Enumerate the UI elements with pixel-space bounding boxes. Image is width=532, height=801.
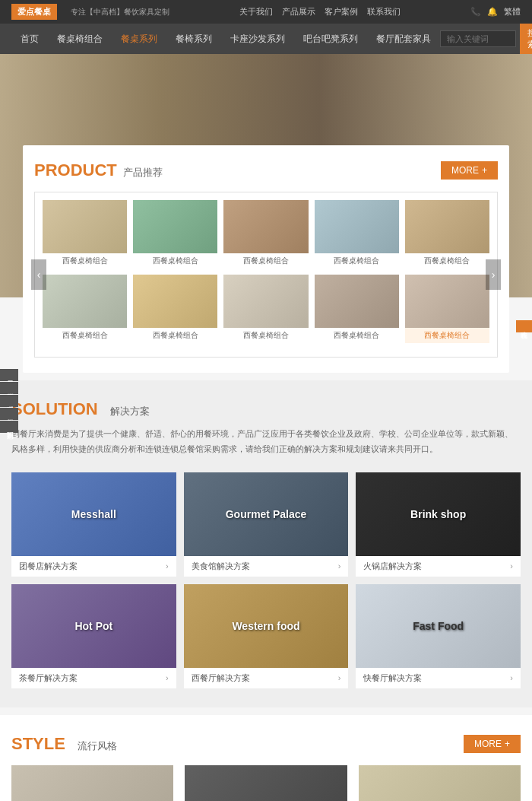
solution-item-gourmet[interactable]: Gourmet Palace 美食馆解决方案 › <box>184 472 349 577</box>
nav-home[interactable]: 首页 <box>11 25 48 53</box>
solution-sublabel-4: 茶餐厅解决方案 <box>19 672 78 684</box>
search-button[interactable]: 搜索 <box>520 24 532 54</box>
prev-arrow[interactable]: ‹ <box>31 259 46 290</box>
product-item-1[interactable]: 西餐桌椅组合 <box>43 200 127 269</box>
style-img-1: ▶ <box>11 765 173 801</box>
bell-icon: 🔔 <box>487 7 498 17</box>
nav-sofa[interactable]: 卡座沙发系列 <box>221 25 294 53</box>
solution-sublabel-5: 西餐厅解决方案 <box>192 672 250 684</box>
top-nav-products[interactable]: 产品展示 <box>282 6 315 17</box>
nav-bar[interactable]: 吧台吧凳系列 <box>294 25 367 53</box>
product-title: PRODUCT 产品推荐 <box>34 161 163 180</box>
side-btn-join[interactable]: 加盟合作 <box>0 408 18 420</box>
product-item-9[interactable]: 西餐桌椅组合 <box>315 275 399 343</box>
solution-img-2: Gourmet Palace <box>184 472 349 556</box>
site-slogan: 专注【中高档】餐饮家具定制 <box>71 7 169 17</box>
style-grid: ▶ 简约时尚风 ▶ 工业复古风 ▶ 北欧自然风 <box>11 765 521 801</box>
product-item-3[interactable]: 西餐桌椅组合 <box>223 200 308 269</box>
side-btn-products[interactable]: 产品展示 <box>0 369 18 381</box>
top-nav-links: 关于我们 产品展示 客户案例 联系我们 <box>239 6 401 17</box>
solution-footer-1: 团餐店解决方案 › <box>11 556 176 577</box>
solution-title-en: SOLUTION <box>11 399 98 419</box>
style-item-industrial[interactable]: ▶ 工业复古风 <box>185 765 347 801</box>
product-label-7: 西餐桌椅组合 <box>133 328 217 343</box>
solution-title: SOLUTION 解决方案 <box>11 399 521 419</box>
nav-chair[interactable]: 餐椅系列 <box>166 25 221 53</box>
product-item-4[interactable]: 西餐桌椅组合 <box>315 200 399 269</box>
phone-icon: 📞 <box>470 7 481 17</box>
product-section-header: PRODUCT 产品推荐 MORE + <box>34 161 498 180</box>
product-item-5[interactable]: 西餐桌椅组合 <box>405 200 489 269</box>
product-item-7[interactable]: 西餐桌椅组合 <box>133 275 217 343</box>
solution-img-3: Brink shop <box>356 472 521 556</box>
nav-combo[interactable]: 餐桌椅组合 <box>48 25 112 53</box>
solution-overlay-1: Messhall <box>11 472 176 556</box>
solution-text-2: Gourmet Palace <box>226 508 307 520</box>
side-btn-style[interactable]: 欧洲风格 <box>0 382 18 394</box>
top-right-icons: 📞 🔔 繁體 <box>470 6 521 17</box>
product-item-10[interactable]: 西餐桌椅组合 <box>405 275 489 343</box>
product-section: PRODUCT 产品推荐 MORE + ‹ › 西餐桌椅组合 西餐桌椅组合 <box>23 145 509 373</box>
solution-img-4: Hot Pot <box>11 584 176 668</box>
product-grid-wrapper: ‹ › 西餐桌椅组合 西餐桌椅组合 西餐桌椅组合 西餐桌椅组合 <box>34 192 498 358</box>
side-btn-top[interactable]: 回到顶部 <box>0 421 18 433</box>
solution-footer-5: 西餐厅解决方案 › <box>184 668 349 688</box>
solution-item-fastfood[interactable]: Fast Food 快餐厅解决方案 › <box>356 584 521 688</box>
style-item-nordic[interactable]: ▶ 北欧自然风 <box>359 765 521 801</box>
solution-text-3: Brink shop <box>410 508 466 520</box>
nav-accessory[interactable]: 餐厅配套家具 <box>367 25 440 53</box>
right-float-consult[interactable]: 在线咨询 <box>516 320 532 332</box>
style-plus-icon: + <box>505 739 510 749</box>
product-label-4: 西餐桌椅组合 <box>315 253 399 269</box>
nav-table[interactable]: 餐桌系列 <box>112 25 166 53</box>
product-title-en: PRODUCT <box>34 161 117 180</box>
solution-sublabel-1: 团餐店解决方案 <box>19 561 78 572</box>
top-nav-contact[interactable]: 联系我们 <box>367 6 401 17</box>
site-logo: 爱点餐桌 <box>11 4 57 20</box>
product-label-5: 西餐桌椅组合 <box>405 253 489 269</box>
product-item-8[interactable]: 西餐桌椅组合 <box>223 275 308 343</box>
solution-sublabel-2: 美食馆解决方案 <box>192 561 250 572</box>
style-item-modern[interactable]: ▶ 简约时尚风 <box>11 765 173 801</box>
product-label-9: 西餐桌椅组合 <box>315 328 399 343</box>
product-item-2[interactable]: 西餐桌椅组合 <box>133 200 217 269</box>
search-input[interactable] <box>440 30 516 47</box>
solution-arrow-5: › <box>338 673 341 682</box>
product-label-8: 西餐桌椅组合 <box>223 328 308 343</box>
solution-desc: 到餐厅来消费是为了提供一个健康、舒适、舒心的用餐环境，产品广泛应用于各类餐饮企业… <box>11 427 521 457</box>
solution-item-brinkshop[interactable]: Brink shop 火锅店解决方案 › <box>356 472 521 577</box>
product-label-2: 西餐桌椅组合 <box>133 253 217 269</box>
product-label-3: 西餐桌椅组合 <box>223 253 308 269</box>
product-label-1: 西餐桌椅组合 <box>43 253 127 269</box>
solution-arrow-2: › <box>338 561 341 571</box>
solution-footer-2: 美食馆解决方案 › <box>184 556 349 577</box>
product-grid-row2: 西餐桌椅组合 西餐桌椅组合 西餐桌椅组合 西餐桌椅组合 西餐桌椅组合 <box>43 275 489 343</box>
solution-footer-4: 茶餐厅解决方案 › <box>11 668 176 688</box>
lang-toggle[interactable]: 繁體 <box>504 6 521 17</box>
style-title-en: STYLE <box>11 734 65 754</box>
solution-overlay-2: Gourmet Palace <box>184 472 349 556</box>
solution-img-1: Messhall <box>11 472 176 556</box>
product-more-btn[interactable]: MORE + <box>441 161 498 180</box>
side-btn-contact[interactable]: 联系我们 <box>0 395 18 407</box>
product-item-6[interactable]: 西餐桌椅组合 <box>43 275 127 343</box>
main-nav: 首页 餐桌椅组合 餐桌系列 餐椅系列 卡座沙发系列 吧台吧凳系列 餐厅配套家具 … <box>0 24 532 54</box>
solution-text-4: Hot Pot <box>74 620 112 632</box>
product-title-cn: 产品推荐 <box>123 166 163 180</box>
top-nav-cases[interactable]: 客户案例 <box>325 6 358 17</box>
solution-item-messhall[interactable]: Messhall 团餐店解决方案 › <box>11 472 176 577</box>
solution-img-5: Western food <box>184 584 349 668</box>
solution-section: SOLUTION 解决方案 到餐厅来消费是为了提供一个健康、舒适、舒心的用餐环境… <box>0 380 532 707</box>
top-nav-about[interactable]: 关于我们 <box>239 6 273 17</box>
solution-item-westernfood[interactable]: Western food 西餐厅解决方案 › <box>184 584 349 688</box>
style-more-btn[interactable]: MORE + <box>464 735 521 753</box>
solution-text-5: Western food <box>232 620 299 632</box>
solution-item-hotpot[interactable]: Hot Pot 茶餐厅解决方案 › <box>11 584 176 688</box>
next-arrow[interactable]: › <box>486 259 501 290</box>
style-title-cn: 流行风格 <box>78 739 117 753</box>
solution-overlay-4: Hot Pot <box>11 584 176 668</box>
solution-footer-3: 火锅店解决方案 › <box>356 556 521 577</box>
solution-sublabel-3: 火锅店解决方案 <box>363 561 422 572</box>
top-bar: 爱点餐桌 专注【中高档】餐饮家具定制 关于我们 产品展示 客户案例 联系我们 📞… <box>0 0 532 24</box>
solution-img-6: Fast Food <box>356 584 521 668</box>
